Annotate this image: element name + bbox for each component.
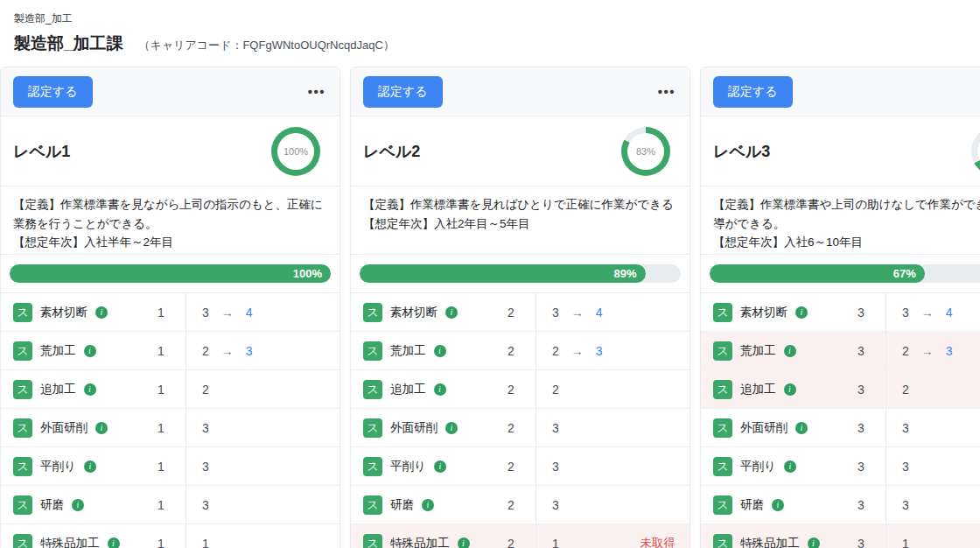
current-level-value: 3 — [202, 421, 209, 435]
skill-badge-icon: ス — [713, 341, 732, 361]
info-icon[interactable]: i — [784, 383, 796, 396]
level-definition: 【定義】作業標準書や上司の助けなしで作業ができる。指導ができる。 【想定年次】入… — [701, 186, 980, 255]
skill-row[interactable]: ス 平削り i 3 3 → — [701, 447, 980, 486]
info-icon[interactable]: i — [434, 383, 446, 396]
level-definition: 【定義】作業標準書を見ながら上司の指示のもと、正確に業務を行うことができる。 【… — [1, 186, 340, 255]
skill-main: ス 研磨 i — [701, 486, 836, 523]
skill-badge-icon: ス — [13, 303, 32, 322]
progress-track: 89% — [360, 264, 681, 283]
progress-fill: 100% — [10, 264, 331, 283]
definition-text: 【定義】作業標準書や上司の助けなしで作業ができる。指導ができる。 — [713, 195, 980, 233]
required-level-value: 2 — [486, 486, 536, 523]
info-icon[interactable]: i — [84, 345, 96, 357]
current-level-value: 1 — [552, 537, 559, 548]
info-icon[interactable]: i — [95, 306, 108, 319]
info-icon[interactable]: i — [108, 537, 120, 548]
skill-row[interactable]: ス 追加工 i 1 2 → — [1, 370, 340, 409]
skill-name: 素材切断 — [740, 305, 788, 320]
skill-main: ス 素材切断 i — [1, 293, 136, 331]
info-icon[interactable]: i — [772, 499, 784, 511]
current-level-value: 3 — [902, 306, 909, 320]
arrow-right-icon: → — [921, 344, 934, 358]
info-icon[interactable]: i — [458, 537, 470, 548]
current-level-cell: 3 → 4 — [886, 293, 980, 331]
skill-row[interactable]: ス 平削り i 1 3 → — [1, 447, 340, 486]
definition-text: 【定義】作業標準書を見ながら上司の指示のもと、正確に業務を行うことができる。 — [13, 195, 327, 233]
required-level-value: 3 — [836, 370, 886, 408]
skill-row[interactable]: ス 特殊品加工 i 1 1 → — [1, 524, 340, 548]
info-icon[interactable]: i — [84, 383, 96, 396]
progress-section: 67% — [701, 255, 980, 293]
skill-row[interactable]: ス 特殊品加工 i 2 1 → 未取得 — [351, 524, 690, 548]
skill-main: ス 素材切断 i — [351, 293, 486, 331]
skill-main: ス 平削り i — [701, 447, 836, 485]
skill-row[interactable]: ス 素材切断 i 3 3 → 4 — [701, 293, 980, 332]
skill-list: ス 素材切断 i 2 3 → 4 ス 荒加工 i 2 2 → 3 ス 追加工 i — [351, 293, 690, 548]
skill-badge-icon: ス — [713, 303, 732, 322]
info-icon[interactable]: i — [84, 460, 96, 473]
info-icon[interactable]: i — [445, 306, 458, 319]
skill-row[interactable]: ス 荒加工 i 2 2 → 3 — [351, 332, 690, 370]
skill-main: ス 追加工 i — [351, 370, 486, 408]
not-acquired-badge: 未取得 — [640, 536, 690, 548]
skill-name: 素材切断 — [40, 305, 88, 320]
assumed-years-text: 【想定年次】入社6～10年目 — [713, 233, 980, 252]
info-icon[interactable]: i — [72, 499, 84, 511]
info-icon[interactable]: i — [784, 345, 796, 357]
skill-row[interactable]: ス 追加工 i 3 2 → — [701, 370, 980, 409]
target-level-value: 3 — [946, 344, 953, 358]
info-icon[interactable]: i — [795, 422, 808, 434]
skill-row[interactable]: ス 素材切断 i 2 3 → 4 — [351, 293, 690, 332]
skill-row[interactable]: ス 平削り i 2 3 → — [351, 447, 690, 486]
current-level-value: 3 — [552, 421, 559, 435]
arrow-right-icon: → — [221, 344, 234, 358]
info-icon[interactable]: i — [445, 422, 458, 434]
skill-name: 荒加工 — [390, 343, 426, 359]
skill-row[interactable]: ス 研磨 i 3 3 → — [701, 486, 980, 524]
required-level-value: 2 — [486, 524, 536, 548]
skill-row[interactable]: ス 素材切断 i 1 3 → 4 — [1, 293, 340, 332]
target-level-value: 4 — [246, 306, 253, 320]
skill-name: 平削り — [740, 459, 776, 474]
arrow-right-icon: → — [571, 344, 584, 358]
skill-name: 外面研削 — [390, 420, 438, 436]
more-menu-icon[interactable]: ••• — [308, 84, 326, 99]
current-level-value: 2 — [902, 383, 909, 397]
skill-row[interactable]: ス 外面研削 i 1 3 → — [1, 409, 340, 447]
certify-button[interactable]: 認定する — [713, 76, 793, 108]
cards-row: 認定する ••• レベル1 100% 【定義】作業標準書を見ながら上司の指示のも… — [0, 67, 980, 548]
info-icon[interactable]: i — [422, 499, 434, 511]
skill-row[interactable]: ス 特殊品加工 i 3 1 → 未取得 — [701, 524, 980, 548]
skill-row[interactable]: ス 追加工 i 2 2 → — [351, 370, 690, 409]
skill-row[interactable]: ス 荒加工 i 1 2 → 3 — [1, 332, 340, 370]
breadcrumb[interactable]: 製造部_加工 — [14, 11, 980, 26]
skill-badge-icon: ス — [13, 457, 32, 476]
skill-name: 研磨 — [390, 497, 414, 513]
skill-row[interactable]: ス 荒加工 i 3 2 → 3 — [701, 332, 980, 370]
current-level-value: 3 — [552, 306, 559, 320]
current-level-cell: 1 → — [186, 524, 340, 548]
title-row: 製造部_加工課 （キャリアコード：FQFgWNtoOUQrNcqdJaqC） — [14, 32, 980, 55]
info-icon[interactable]: i — [434, 460, 446, 473]
skill-main: ス 追加工 i — [1, 370, 136, 408]
donut-percent-label: 100% — [277, 133, 314, 170]
info-icon[interactable]: i — [434, 345, 446, 357]
more-menu-icon[interactable]: ••• — [658, 84, 676, 99]
certify-button[interactable]: 認定する — [363, 76, 443, 108]
skill-badge-icon: ス — [713, 380, 732, 399]
skill-row[interactable]: ス 外面研削 i 2 3 → — [351, 409, 690, 447]
certify-button[interactable]: 認定する — [13, 76, 93, 108]
target-level-value: 3 — [246, 344, 253, 358]
page-header: 製造部_加工 製造部_加工課 （キャリアコード：FQFgWNtoOUQrNcqd… — [0, 0, 980, 55]
info-icon[interactable]: i — [808, 537, 820, 548]
info-icon[interactable]: i — [795, 306, 808, 319]
skill-row[interactable]: ス 外面研削 i 3 3 → — [701, 409, 980, 447]
skill-row[interactable]: ス 研磨 i 2 3 → — [351, 486, 690, 524]
required-level-value: 1 — [136, 370, 186, 408]
skill-main: ス 外面研削 i — [701, 409, 836, 446]
skill-badge-icon: ス — [363, 341, 382, 361]
skill-row[interactable]: ス 研磨 i 1 3 → — [1, 486, 340, 524]
info-icon[interactable]: i — [95, 422, 108, 434]
card-title-row: レベル2 83% — [351, 116, 690, 186]
info-icon[interactable]: i — [784, 460, 796, 473]
